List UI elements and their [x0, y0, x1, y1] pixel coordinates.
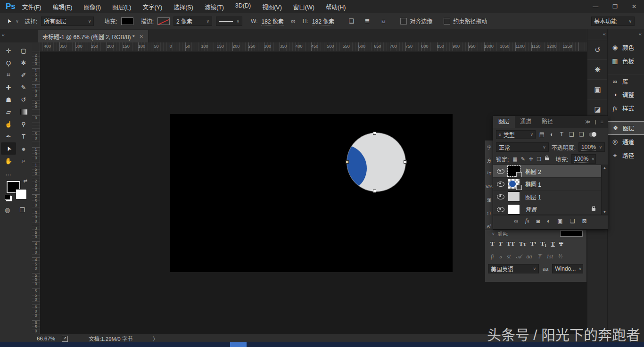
- filter-toggle[interactable]: [589, 132, 596, 137]
- lock-artboard-icon[interactable]: ❑: [536, 156, 542, 162]
- shape-width-field[interactable]: 182 像素: [261, 17, 283, 25]
- fill-opacity-dropdown[interactable]: 100% ∨: [571, 154, 596, 164]
- filter-shape-icon[interactable]: ❑: [568, 131, 576, 138]
- stroke-width-dropdown[interactable]: 2 像素 ∨: [173, 17, 212, 26]
- tool-eraser[interactable]: ▱: [1, 106, 16, 118]
- layer-thumbnail[interactable]: [508, 166, 520, 176]
- tool-brush[interactable]: ✎: [16, 81, 31, 93]
- panel-tab-styles[interactable]: fx样式: [608, 101, 644, 115]
- opentype-button-4[interactable]: aa: [527, 253, 532, 260]
- tool-type[interactable]: T: [16, 130, 31, 142]
- path-arrange-icon[interactable]: ⧈: [378, 17, 389, 25]
- default-colors-icon[interactable]: [5, 195, 10, 200]
- lock-transparent-icon[interactable]: ▦: [512, 156, 518, 162]
- layer-filter-dropdown[interactable]: ⌕ 类型 ∨: [496, 130, 536, 139]
- layer-thumbnail[interactable]: [508, 192, 520, 201]
- link-layers-icon[interactable]: ∞: [514, 218, 519, 224]
- select-scope-dropdown[interactable]: 所有图层 ∨: [41, 17, 94, 26]
- layer-row-椭圆 2[interactable]: 椭圆 2: [493, 165, 608, 178]
- layer-thumbnail[interactable]: [508, 205, 520, 214]
- status-menu-chevron[interactable]: 〉: [153, 335, 158, 342]
- lock-position-icon[interactable]: ✛: [528, 156, 534, 162]
- faux-style-button-7[interactable]: Ŧ: [559, 240, 563, 248]
- zoom-level-field[interactable]: 66.67%: [37, 336, 55, 341]
- collapse-dock-icon[interactable]: «: [603, 31, 605, 37]
- faux-style-button-2[interactable]: TT: [507, 240, 515, 248]
- menu-item-10[interactable]: 帮助(H): [326, 2, 346, 11]
- panel-menu-icons[interactable]: ≫ | ≡: [585, 116, 605, 128]
- panel-tab-paths[interactable]: ⌖路径: [608, 149, 644, 162]
- anchor-point-bottom[interactable]: [373, 190, 376, 193]
- tool-zoom[interactable]: ⌕: [16, 155, 31, 167]
- tool-crop[interactable]: ⌗: [1, 69, 16, 81]
- opentype-button-0[interactable]: fi: [491, 253, 494, 260]
- background-color-swatch[interactable]: [16, 190, 26, 199]
- menu-item-1[interactable]: 编辑(E): [53, 2, 73, 11]
- swap-colors-icon[interactable]: ⇄: [24, 178, 27, 183]
- collapse-dock-icon[interactable]: «: [639, 31, 641, 37]
- anchor-point-left[interactable]: [346, 160, 349, 164]
- panel-tab-libraries[interactable]: ∞库: [608, 74, 644, 88]
- collapse-toolbar-icon[interactable]: «: [2, 32, 4, 38]
- panel-tab-swatches[interactable]: ▦色板: [608, 54, 644, 68]
- faux-style-button-3[interactable]: Tᴛ: [519, 240, 526, 248]
- constrain-path-checkbox[interactable]: 约束路径拖动: [444, 17, 487, 25]
- quick-mask-icon[interactable]: ◍: [5, 207, 10, 214]
- tool-move[interactable]: ✛: [1, 44, 16, 57]
- faux-style-button-5[interactable]: T₁: [541, 240, 547, 248]
- tool-more[interactable]: …: [1, 167, 16, 179]
- layer-row-椭圆 1[interactable]: 椭圆 1: [493, 178, 608, 190]
- visibility-eye-icon[interactable]: [497, 169, 504, 174]
- faux-style-button-1[interactable]: T: [499, 240, 503, 248]
- tool-lasso[interactable]: Ϙ: [1, 57, 16, 69]
- opentype-button-7[interactable]: ½: [558, 253, 562, 260]
- faux-style-button-0[interactable]: T: [490, 240, 495, 248]
- opentype-button-5[interactable]: 𝕋: [537, 253, 542, 260]
- align-edges-checkbox[interactable]: 对齐边缘: [400, 17, 432, 25]
- tool-marquee[interactable]: ▢: [16, 44, 31, 57]
- tool-history-brush[interactable]: ↺: [16, 93, 31, 106]
- workspace-dropdown[interactable]: 基本功能 ∨: [591, 17, 635, 26]
- opentype-button-1[interactable]: ℴ: [499, 253, 502, 260]
- brush-settings-panel-icon[interactable]: ❋: [587, 59, 608, 79]
- ellipse-shape[interactable]: [347, 133, 405, 191]
- document-tab[interactable]: 未标题-1 @ 66.7% (椭圆 2, RGB/8) * ✕: [38, 30, 149, 42]
- history-panel-icon[interactable]: ↺: [587, 40, 608, 59]
- layers-scrollbar[interactable]: ▲ ▼: [601, 165, 608, 215]
- lock-all-icon[interactable]: [545, 157, 549, 160]
- filter-type-icon[interactable]: T: [558, 131, 566, 138]
- close-tab-icon[interactable]: ✕: [140, 34, 143, 39]
- tool-healing-brush[interactable]: ✚: [1, 81, 16, 93]
- menu-item-8[interactable]: 视图(V): [262, 2, 282, 11]
- layers-panel-tab-路径[interactable]: 路径: [537, 116, 558, 128]
- tool-magic-wand[interactable]: ✻: [16, 57, 31, 69]
- tool-dodge[interactable]: ⚲: [16, 118, 31, 130]
- opentype-button-6[interactable]: 1st: [546, 253, 553, 260]
- tool-gradient[interactable]: [16, 106, 31, 118]
- add-layer-mask-icon[interactable]: ◙: [537, 218, 540, 224]
- new-group-icon[interactable]: ▣: [557, 218, 562, 224]
- tool-clone-stamp[interactable]: ☗: [1, 93, 16, 106]
- menu-item-3[interactable]: 图层(L): [112, 2, 131, 11]
- path-align-icon[interactable]: ≣: [362, 17, 373, 25]
- panel-tab-layers[interactable]: ❖图层: [608, 121, 644, 135]
- faux-style-button-6[interactable]: T: [551, 240, 555, 248]
- anchor-point-right[interactable]: [404, 160, 407, 164]
- lock-pixels-icon[interactable]: ✎: [520, 156, 526, 162]
- layers-panel-tab-图层[interactable]: 图层: [493, 116, 515, 128]
- tool-eyedropper[interactable]: ✐: [16, 69, 31, 81]
- fill-swatch[interactable]: [121, 17, 133, 25]
- opacity-dropdown[interactable]: 100% ∨: [578, 142, 605, 152]
- tool-hand[interactable]: ✋: [1, 155, 16, 167]
- filter-pixel-icon[interactable]: ▤: [538, 131, 546, 138]
- tool-path-select[interactable]: ➤: [1, 142, 16, 155]
- menu-item-4[interactable]: 文字(Y): [143, 2, 163, 11]
- clone-source-panel-icon[interactable]: ▣: [587, 79, 608, 99]
- tool-ellipse[interactable]: ●: [16, 142, 31, 155]
- text-color-swatch[interactable]: [560, 231, 583, 237]
- layer-row-图层 1[interactable]: 图层 1: [493, 190, 608, 203]
- layer-style-icon[interactable]: fx: [525, 217, 529, 224]
- anchor-point-top[interactable]: [373, 132, 376, 135]
- layer-row-背景[interactable]: 背景: [493, 203, 608, 216]
- opentype-button-2[interactable]: st: [507, 253, 511, 260]
